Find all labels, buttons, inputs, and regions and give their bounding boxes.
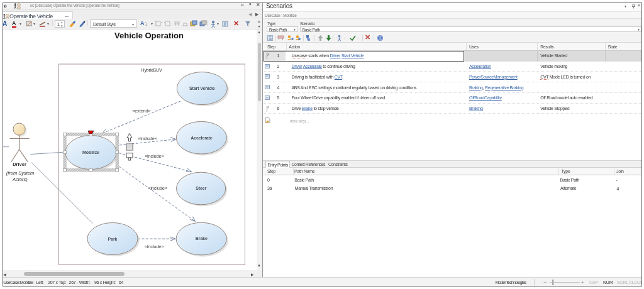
svg-text:«include»: «include»	[145, 153, 164, 159]
svg-text:HybridSUV: HybridSUV	[142, 68, 162, 73]
svg-text:Brake: Brake	[196, 236, 208, 241]
svg-text:Driver: Driver	[13, 161, 26, 167]
svg-text:Start Vehicle: Start Vehicle	[189, 86, 215, 90]
svg-text:Steer: Steer	[196, 186, 206, 190]
svg-text:Actors): Actors)	[12, 177, 28, 182]
svg-text:«include»: «include»	[138, 136, 157, 141]
svg-text:Park: Park	[108, 237, 118, 241]
svg-text:«include»: «include»	[145, 244, 164, 249]
svg-text:(from System: (from System	[6, 170, 35, 176]
svg-text:Mobilize: Mobilize	[82, 150, 99, 155]
svg-text:«include»: «include»	[148, 185, 167, 191]
svg-text:«extend»: «extend»	[132, 108, 150, 114]
svg-text:Vehicle Operation: Vehicle Operation	[114, 31, 184, 40]
svg-text:Accelerate: Accelerate	[191, 136, 213, 140]
